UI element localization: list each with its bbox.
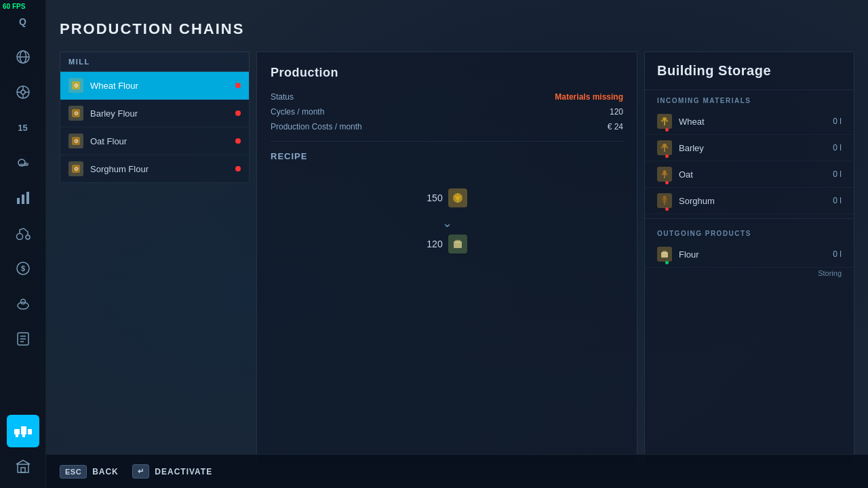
- fps-counter: 60 FPS: [3, 3, 25, 10]
- back-label: BACK: [92, 467, 119, 476]
- sorghum-storage-icon: [657, 193, 672, 208]
- sidebar-item-globe[interactable]: [7, 41, 39, 73]
- sidebar-item-weather[interactable]: [7, 146, 39, 179]
- storing-label: Storing: [645, 268, 854, 283]
- deactivate-button[interactable]: ↵ DEACTIVATE: [132, 464, 212, 479]
- svg-text:⚙: ⚙: [74, 83, 79, 89]
- svg-rect-27: [22, 433, 25, 437]
- output-amount: 120: [427, 239, 442, 249]
- barley-flour-dot: [235, 110, 241, 116]
- chain-item-sorghum-flour[interactable]: ⚙ Sorghum Flour: [60, 155, 249, 182]
- content-grid: MILL ⚙ Wheat Flour: [60, 52, 854, 465]
- svg-point-14: [26, 235, 30, 239]
- storage-flour-item: Flour 0 l: [645, 241, 854, 268]
- svg-point-39: [456, 196, 460, 200]
- wheat-flour-icon: ⚙: [68, 78, 83, 93]
- oat-flour-label: Oat Flour: [90, 136, 229, 146]
- chain-category: MILL: [60, 52, 250, 72]
- tractor-icon: [14, 226, 32, 240]
- costs-value: € 24: [608, 122, 623, 131]
- sidebar-item-tractor[interactable]: [7, 217, 39, 249]
- sidebar-item-chart[interactable]: [7, 182, 39, 214]
- enter-key-badge: ↵: [132, 464, 150, 479]
- sorghum-flour-label: Sorghum Flour: [90, 164, 229, 174]
- wheat-flour-label: Wheat Flour: [90, 81, 229, 91]
- storage-barley-item: Barley 0 l: [645, 135, 854, 161]
- production-status-row: Status Materials missing: [271, 92, 623, 102]
- barley-name: Barley: [679, 143, 826, 153]
- oat-value: 0 l: [833, 169, 842, 179]
- barley-status-dot: [665, 155, 669, 158]
- q-key-icon: Q: [19, 16, 26, 27]
- oat-flour-dot: [235, 138, 241, 144]
- svg-point-60: [663, 201, 665, 203]
- oat-status-dot: [665, 181, 669, 184]
- flour-name: Flour: [679, 249, 826, 260]
- chain-item-barley-flour[interactable]: ⚙ Barley Flour: [60, 100, 249, 127]
- svg-point-59: [665, 199, 667, 201]
- sidebar-item-buildings[interactable]: [7, 450, 39, 483]
- svg-text:$: $: [20, 264, 24, 272]
- svg-point-17: [18, 302, 28, 309]
- storage-oat-item: Oat 0 l: [645, 161, 854, 188]
- production-icon: [14, 424, 33, 439]
- svg-point-4: [21, 90, 25, 94]
- sorghum-flour-icon: ⚙: [68, 161, 83, 176]
- sidebar-item-calendar[interactable]: 15: [7, 111, 39, 144]
- esc-key-badge: ESC: [60, 465, 87, 479]
- storage-panel: Building Storage INCOMING MATERIALS Whea…: [644, 52, 854, 465]
- chain-list: ⚙ Wheat Flour ⚙ Barley Flour: [60, 72, 250, 183]
- svg-rect-29: [21, 468, 25, 472]
- recipe-title: Recipe: [271, 151, 623, 161]
- wheat-storage-icon: [657, 114, 672, 129]
- svg-point-13: [16, 234, 22, 240]
- coin-icon: $: [16, 261, 31, 276]
- recipe-ingredient: 150: [427, 188, 467, 207]
- chain-item-wheat-flour[interactable]: ⚙ Wheat Flour: [60, 72, 249, 100]
- production-panel: Production Status Materials missing Cycl…: [256, 52, 637, 465]
- outgoing-products-title: OUTGOING PRODUCTS: [645, 223, 854, 241]
- sidebar-item-wheel[interactable]: [7, 76, 39, 108]
- barley-flour-label: Barley Flour: [90, 108, 229, 119]
- wheat-status-dot: [665, 128, 669, 131]
- chart-icon: [16, 191, 31, 205]
- sidebar-item-animals[interactable]: [7, 287, 39, 320]
- svg-text:⚙: ⚙: [74, 110, 79, 117]
- storage-wheat-item: Wheat 0 l: [645, 108, 854, 135]
- recipe-arrow-icon: ⌄: [442, 216, 452, 230]
- status-value: Materials missing: [555, 92, 623, 102]
- book-icon: [16, 331, 30, 346]
- barley-value: 0 l: [833, 143, 842, 152]
- sidebar-item-economy[interactable]: $: [7, 252, 39, 285]
- chain-item-oat-flour[interactable]: ⚙ Oat Flour: [60, 127, 249, 155]
- storage-header: Building Storage: [645, 52, 854, 90]
- globe-icon: [16, 49, 31, 64]
- weather-icon: [15, 156, 31, 169]
- oat-flour-icon: ⚙: [68, 134, 83, 148]
- sidebar-item-production[interactable]: [7, 415, 39, 447]
- svg-point-18: [20, 300, 25, 304]
- svg-point-61: [665, 201, 667, 203]
- cycles-value: 120: [610, 107, 623, 117]
- sidebar-item-q[interactable]: Q: [7, 5, 39, 38]
- flour-storage-icon: [657, 247, 672, 262]
- incoming-materials-title: INCOMING MATERIALS: [645, 90, 854, 108]
- svg-text:⚙: ⚙: [74, 166, 79, 172]
- flour-status-dot: [665, 261, 669, 264]
- building-icon: [16, 459, 31, 474]
- sidebar-item-logs[interactable]: [7, 323, 39, 355]
- deactivate-label: DEACTIVATE: [155, 467, 212, 476]
- main-content: PRODUCTION CHAINS MILL ⚙ Wheat Flour: [46, 0, 868, 488]
- sorghum-flour-dot: [235, 166, 241, 171]
- production-costs-row: Production Costs / month € 24: [271, 122, 623, 131]
- back-button[interactable]: ESC BACK: [60, 465, 119, 479]
- wheel-icon: [16, 85, 31, 100]
- calendar-icon: 15: [18, 123, 27, 133]
- sorghum-value: 0 l: [833, 196, 842, 205]
- production-panel-title: Production: [271, 66, 623, 80]
- costs-label: Production Costs / month: [271, 122, 362, 131]
- svg-rect-11: [22, 195, 24, 204]
- production-cycles-row: Cycles / month 120: [271, 107, 623, 117]
- output-icon: [448, 235, 467, 253]
- svg-rect-63: [663, 251, 667, 253]
